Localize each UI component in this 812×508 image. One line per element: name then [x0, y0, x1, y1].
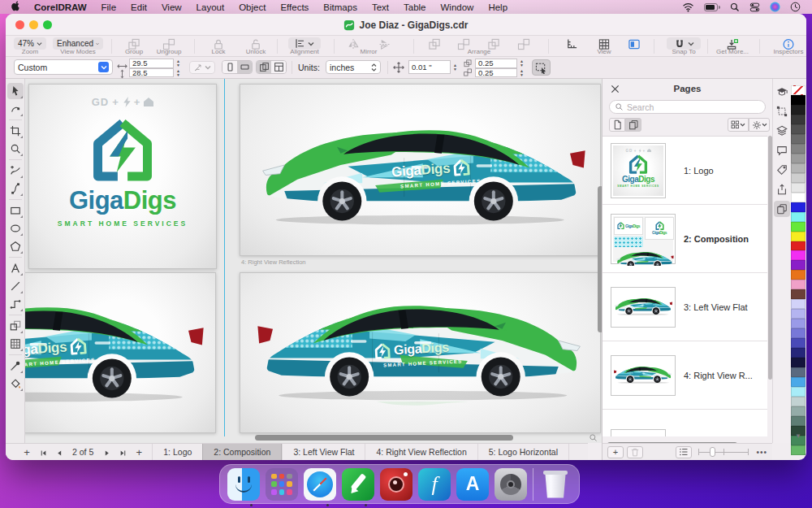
- dock-trash-icon[interactable]: [539, 468, 572, 501]
- nudge-distance-field[interactable]: 0.01 ": [408, 60, 451, 74]
- panel-settings-dropdown[interactable]: [749, 118, 770, 132]
- page-row-left-view[interactable]: 3: Left View Flat: [603, 273, 767, 341]
- tab-right-view-reflection[interactable]: 4: Right View Reflection: [365, 444, 477, 460]
- menu-layout[interactable]: Layout: [189, 2, 232, 12]
- comments-icon[interactable]: [774, 142, 790, 158]
- swatch-66e83a[interactable]: [791, 222, 806, 232]
- clock-icon[interactable]: [790, 2, 801, 12]
- page-height-stepper[interactable]: ▲▼: [175, 69, 182, 77]
- dock-safari-icon[interactable]: [304, 468, 336, 501]
- page-width-field[interactable]: 29.5: [129, 59, 174, 68]
- first-page-button[interactable]: [35, 447, 51, 457]
- menu-table[interactable]: Table: [396, 2, 434, 12]
- duplicate-x-stepper[interactable]: ▲▼: [518, 59, 525, 67]
- menu-effects[interactable]: Effects: [273, 2, 316, 12]
- duplicate-y-stepper[interactable]: ▲▼: [518, 69, 525, 77]
- swatch-e02020[interactable]: [791, 241, 806, 251]
- mirror-vertical-button[interactable]: [378, 38, 391, 50]
- swatch-2222e0[interactable]: [791, 202, 806, 212]
- menu-file[interactable]: File: [94, 2, 124, 12]
- menu-object[interactable]: Object: [231, 2, 273, 12]
- rulers-button[interactable]: [566, 38, 578, 50]
- transform-icon[interactable]: [774, 103, 790, 119]
- menu-coreldraw[interactable]: CorelDRAW: [27, 2, 94, 12]
- interactive-fill-tool[interactable]: [7, 376, 24, 392]
- last-page-button[interactable]: [114, 447, 131, 457]
- swatch-383838[interactable]: [791, 115, 806, 124]
- thumbnail-size-slider[interactable]: [698, 447, 749, 457]
- swatch-6b4038[interactable]: [791, 289, 806, 299]
- battery-icon[interactable]: [704, 3, 720, 11]
- swatch-66b868[interactable]: [791, 445, 806, 455]
- canvas-horizontal-scrollbar[interactable]: [255, 435, 513, 441]
- vertical-guideline[interactable]: [224, 79, 225, 436]
- drawing-canvas[interactable]: GD + + GigaDigs SMART HOME SERVICES Giga…: [25, 79, 607, 443]
- properties-icon[interactable]: [774, 162, 790, 178]
- delete-page-button[interactable]: [627, 446, 643, 458]
- transparency-tool[interactable]: [7, 318, 24, 334]
- pick-tool[interactable]: [7, 83, 24, 99]
- swatch-7878d8[interactable]: [791, 328, 806, 338]
- learn-icon[interactable]: [774, 84, 790, 100]
- duplicate-x-field[interactable]: 0.25: [475, 59, 517, 68]
- objects-layers-icon[interactable]: [774, 123, 790, 139]
- swatch-5a6a80[interactable]: [791, 367, 806, 377]
- units-dropdown[interactable]: inches: [326, 60, 381, 74]
- swatch-515151[interactable]: [791, 124, 806, 134]
- swatch-e7e7e7[interactable]: [791, 183, 806, 193]
- swatch-ffffff[interactable]: [791, 193, 806, 202]
- swatch-c2d2d2[interactable]: [791, 397, 806, 406]
- dock-app-store-icon[interactable]: A: [456, 468, 489, 501]
- page-row-composition[interactable]: GigaDigs GigaDigs 2: Composition: [603, 205, 767, 273]
- swatch-f0a0c8[interactable]: [791, 280, 806, 289]
- dock-system-settings-icon[interactable]: [495, 468, 527, 501]
- freehand-tool[interactable]: [7, 163, 24, 179]
- swatch-94aca8[interactable]: [791, 406, 806, 416]
- current-page-button[interactable]: [271, 61, 286, 73]
- page-width-stepper[interactable]: ▲▼: [175, 59, 182, 67]
- duplicate-y-field[interactable]: 0.25: [475, 68, 517, 78]
- line-tool[interactable]: [7, 278, 24, 294]
- menu-edit[interactable]: Edit: [123, 2, 154, 12]
- ellipse-tool[interactable]: [7, 220, 24, 237]
- nudge-stepper[interactable]: ▲▼: [451, 63, 459, 72]
- swatch-a8ecf8[interactable]: [791, 387, 806, 397]
- to-front-button[interactable]: [429, 38, 441, 50]
- orientation-toggle[interactable]: [222, 60, 253, 74]
- rectangle-tool[interactable]: [7, 202, 24, 219]
- left-view-page[interactable]: GigaDigs SMART HOME SERVICES: [240, 84, 601, 256]
- mesh-fill-tool[interactable]: [7, 336, 24, 352]
- swatch-b5b5b5[interactable]: [791, 163, 806, 173]
- zoom-corner-icon[interactable]: [589, 433, 598, 442]
- swatch-1e1e1e[interactable]: [791, 105, 806, 115]
- pages-panel-icon[interactable]: [774, 201, 790, 217]
- eyedropper-tool[interactable]: [7, 358, 24, 374]
- swatch-e8731a[interactable]: [791, 270, 806, 280]
- page-row-right-view[interactable]: 4: Right View R...: [603, 341, 767, 410]
- thumbnail-options-dropdown[interactable]: [728, 118, 749, 132]
- list-view-button[interactable]: [676, 446, 692, 458]
- composition-page-partial[interactable]: GigaDigs SMART HOME SERVICES: [25, 272, 216, 433]
- close-panel-icon[interactable]: [611, 85, 620, 93]
- panel-more-button[interactable]: •••: [756, 448, 767, 457]
- page-dimensions-mode-toggle[interactable]: [256, 60, 287, 74]
- control-center-icon[interactable]: [749, 2, 760, 12]
- menu-bitmaps[interactable]: Bitmaps: [316, 2, 365, 12]
- multi-page-view-button[interactable]: [625, 118, 641, 132]
- polygon-tool[interactable]: [7, 238, 24, 254]
- swatch-f6ec20[interactable]: [791, 232, 806, 241]
- connector-tool[interactable]: [7, 296, 24, 312]
- dock-corel-font-manager-icon[interactable]: f: [418, 468, 451, 501]
- tab-left-view-flat[interactable]: 3: Left View Flat: [282, 444, 365, 460]
- previous-page-button[interactable]: [51, 447, 67, 457]
- dock-coreldraw-icon[interactable]: [342, 468, 374, 501]
- tab-logo-horizontal[interactable]: 5: Logo Horizontal: [477, 444, 569, 460]
- swatch-4aa8e8[interactable]: [791, 377, 806, 387]
- swatch-8a1fc8[interactable]: [791, 260, 806, 270]
- shape-tool[interactable]: [7, 101, 24, 117]
- page-row-logo-horizontal[interactable]: GigaDigs: [603, 410, 767, 436]
- add-page-before-button[interactable]: +: [19, 446, 35, 458]
- swatch-none[interactable]: [791, 85, 806, 95]
- apple-menu-icon[interactable]: [0, 1, 27, 13]
- swatch-d2d2f8[interactable]: [791, 299, 806, 309]
